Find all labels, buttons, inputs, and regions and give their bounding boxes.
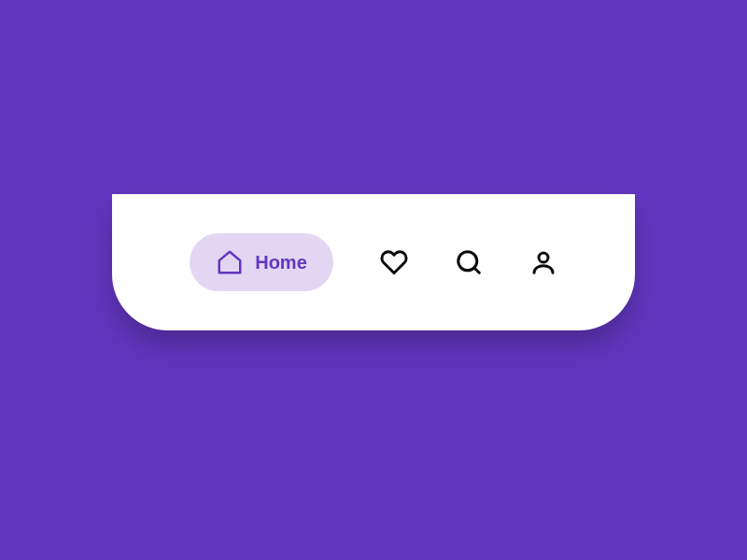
nav-item-search[interactable] [455, 248, 483, 276]
nav-item-favorites[interactable] [380, 248, 408, 276]
user-icon [529, 248, 557, 276]
home-icon [216, 248, 244, 276]
nav-item-profile[interactable] [529, 248, 557, 276]
nav-inner: Home [190, 233, 557, 291]
bottom-navbar: Home [112, 194, 635, 330]
search-icon [455, 248, 483, 276]
svg-line-1 [474, 268, 479, 273]
nav-item-home[interactable]: Home [190, 233, 333, 291]
heart-icon [380, 248, 408, 276]
svg-point-2 [539, 253, 548, 262]
nav-item-home-label: Home [255, 252, 307, 273]
